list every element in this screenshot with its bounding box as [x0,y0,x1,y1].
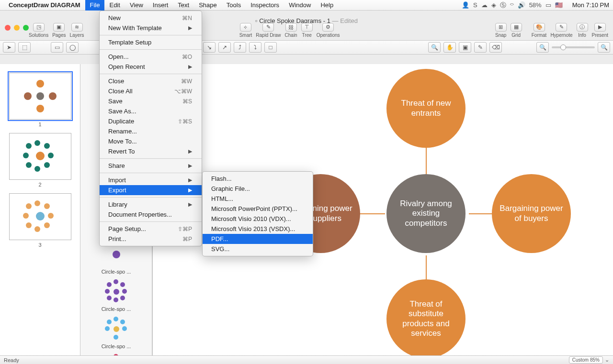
crop-tool[interactable]: ▣ [459,42,471,53]
export-menu-item[interactable]: Microsoft Visio 2010 (VDX)... [203,214,313,224]
smart-button[interactable]: ⟡Smart [239,23,252,38]
zoom-stepper[interactable]: ⌄ [605,357,609,363]
snap-button[interactable]: ⊞Snap [495,23,507,38]
file-menu-item[interactable]: Library▶ [100,199,202,210]
export-menu-item[interactable]: HTML... [203,194,313,204]
node-right[interactable]: Bargaining power of buyers [492,174,571,253]
library-item[interactable]: Circle-spo ... [80,316,152,349]
menu-shape[interactable]: Shape [194,0,222,11]
file-menu-item[interactable]: Export▶ [100,185,202,195]
format-button[interactable]: 🎨Format [532,23,547,38]
connector-5[interactable]: □ [264,42,277,53]
app-name[interactable]: ConceptDraw DIAGRAM [9,1,80,9]
menu-tools[interactable]: Tools [222,0,246,11]
export-submenu: Flash...Graphic File...HTML...Microsoft … [202,171,313,256]
menu-text[interactable]: Text [173,0,194,11]
volume-icon[interactable]: 🔊 [518,1,525,9]
page-thumb-2[interactable] [9,133,71,180]
pan-tool[interactable]: ✋ [443,42,456,53]
skype-icon[interactable]: Ⓢ [500,1,506,10]
file-menu-item[interactable]: Open...⌘O [100,52,202,62]
page-thumb-3[interactable] [9,193,71,240]
file-menu-item[interactable]: Close⌘W [100,76,202,86]
flag-icon[interactable]: 🇺🇸 [555,1,563,9]
zoom-slider[interactable] [552,46,595,48]
export-menu-item[interactable]: Microsoft PowerPoint (PPTX)... [203,204,313,214]
connector-2[interactable]: ↗ [218,42,231,53]
tree-button[interactable]: ⊤Tree [301,23,313,38]
operations-button[interactable]: ⚙Operations [317,23,340,38]
file-menu-item[interactable]: Share▶ [100,161,202,171]
export-menu-item[interactable]: Microsoft Visio 2013 (VSDX)... [203,224,313,234]
wifi-icon[interactable]: ⌔ [510,1,514,9]
cloud-icon[interactable]: ☁ [481,1,488,9]
menu-file[interactable]: File [85,0,105,11]
node-bottom[interactable]: Threat of substitute products and servic… [386,279,465,355]
connector-1[interactable]: ↘ [203,42,216,53]
file-menu-item[interactable]: Open Recent▶ [100,62,202,72]
zoom-out-icon[interactable]: 🔍 [536,42,549,53]
menu-inspectors[interactable]: Inspectors [246,0,284,11]
node-top[interactable]: Threat of new entrants [386,69,465,148]
file-menu-item[interactable]: Duplicate⇧⌘S [100,116,202,126]
hypernote-button[interactable]: ✎Hypernote [550,23,572,38]
file-menu: New⌘NNew With Template▶Template SetupOpe… [99,11,202,246]
file-menu-item[interactable]: Close All⌥⌘W [100,86,202,96]
file-menu-item[interactable]: Save As... [100,106,202,116]
pointer-tool[interactable]: ➤ [3,42,15,53]
file-menu-item[interactable]: Template Setup [100,37,202,47]
file-menu-item[interactable]: Rename... [100,126,202,136]
present-button[interactable]: ▶Present [592,23,608,38]
title-bar: ▫ Circle Spoke Dagrams - 1 — Edited [0,11,613,20]
file-menu-item[interactable]: Save⌘S [100,96,202,106]
rect-tool[interactable]: ▭ [51,42,63,53]
close-window-button[interactable] [5,25,11,31]
file-menu-item[interactable]: Document Properties... [100,210,202,220]
file-menu-item[interactable]: New⌘N [100,13,202,23]
page-thumb-1[interactable] [9,73,71,120]
export-menu-item[interactable]: SVG... [203,244,313,254]
menu-view[interactable]: View [125,0,148,11]
user-icon[interactable]: 👤 [462,1,469,9]
sync-icon[interactable]: S [473,1,477,9]
eraser-tool[interactable]: ⌫ [489,42,502,53]
node-center[interactable]: Rivalry among existing competitors [386,174,465,253]
chain-button[interactable]: ⛓Chain [285,23,297,38]
solutions-button[interactable]: ◳Solutions [29,23,48,38]
diamond-icon[interactable]: ◈ [491,1,496,9]
pages-button[interactable]: ▣Pages [52,23,66,38]
page-number-2: 2 [0,182,80,188]
file-menu-item[interactable]: Import▶ [100,175,202,185]
menu-insert[interactable]: Insert [148,0,173,11]
grid-button[interactable]: ▦Grid [511,23,522,38]
eyedropper-tool[interactable]: ✎ [474,42,487,53]
marquee-tool[interactable]: ⬚ [18,42,31,53]
file-menu-item[interactable]: Move To... [100,136,202,146]
export-menu-item[interactable]: Graphic File... [203,184,313,194]
connector-3[interactable]: ⤴ [234,42,246,53]
minimize-window-button[interactable] [14,25,20,31]
zoom-in-tool[interactable]: 🔍 [428,42,441,53]
ellipse-tool[interactable]: ◯ [66,42,79,53]
info-button[interactable]: ⓘInfo [577,23,588,38]
battery-icon[interactable]: ▭ [545,1,551,9]
menu-window[interactable]: Window [284,0,316,11]
rapid-draw-button[interactable]: ✎Rapid Draw [256,23,281,38]
export-menu-item[interactable]: Flash... [203,174,313,184]
zoom-in-icon[interactable]: 🔍 [598,42,610,53]
menu-edit[interactable]: Edit [104,0,125,11]
zoom-window-button[interactable] [23,25,29,31]
clock[interactable]: Mon 7:10 PM [572,1,609,9]
file-menu-item[interactable]: Print...⌘P [100,234,202,244]
menu-help[interactable]: Help [316,0,338,11]
zoom-select[interactable]: Custom 85% [569,356,603,364]
main-toolbar: ◳Solutions ▣Pages ≋Layers ⟡Smart ✎Rapid … [0,20,613,40]
battery-percent[interactable]: 58% [529,1,542,9]
layers-button[interactable]: ≋Layers [70,23,84,38]
file-menu-item[interactable]: Revert To▶ [100,146,202,156]
file-menu-item[interactable]: Page Setup...⇧⌘P [100,224,202,234]
export-menu-item[interactable]: PDF... [203,234,313,244]
connector-4[interactable]: ⤵ [249,42,261,53]
file-menu-item[interactable]: New With Template▶ [100,23,202,33]
library-item[interactable]: Circle-spo ... [80,278,152,312]
